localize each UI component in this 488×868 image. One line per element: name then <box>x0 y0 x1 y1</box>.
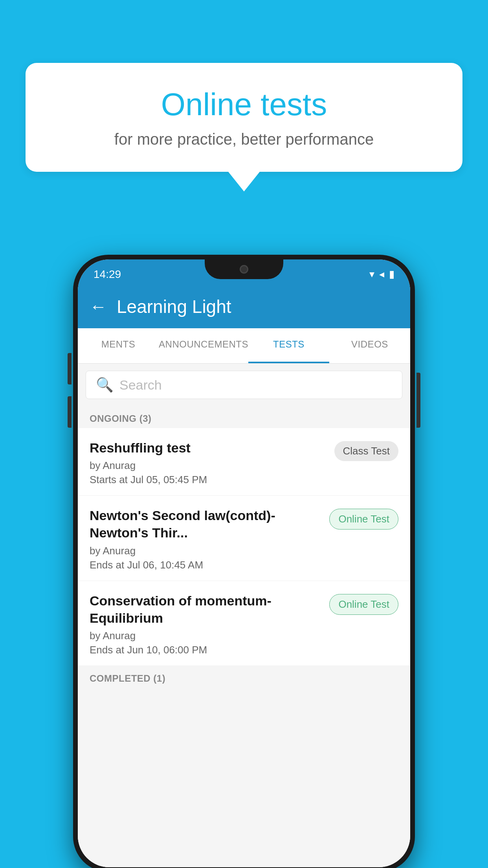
battery-icon: ▮ <box>389 268 394 280</box>
search-bar[interactable]: 🔍 Search <box>86 371 402 399</box>
signal-icon: ◂ <box>379 268 384 280</box>
volume-up-button <box>68 353 72 384</box>
completed-section-header: COMPLETED (1) <box>78 666 410 688</box>
camera-icon <box>240 265 248 274</box>
test-item-reshuffling[interactable]: Reshuffling test by Anurag Starts at Jul… <box>78 428 410 496</box>
tab-tests[interactable]: TESTS <box>248 328 329 363</box>
test-badge-newtons: Online Test <box>329 509 398 530</box>
test-time-conservation: Ends at Jun 10, 06:00 PM <box>90 644 321 656</box>
phone-notch <box>205 259 283 279</box>
app-bar: ← Learning Light <box>78 285 410 328</box>
back-button[interactable]: ← <box>90 297 107 316</box>
test-name-newtons: Newton's Second law(contd)-Newton's Thir… <box>90 507 321 541</box>
test-author-reshuffling: by Anurag <box>90 460 327 472</box>
content-area: 🔍 Search ONGOING (3) Reshuffling test by… <box>78 364 410 867</box>
test-time-reshuffling: Starts at Jul 05, 05:45 PM <box>90 474 327 486</box>
test-info-reshuffling: Reshuffling test by Anurag Starts at Jul… <box>90 439 334 486</box>
phone-screen: 14:29 ▾ ◂ ▮ ← Learning Light MENTS ANNOU… <box>78 259 410 867</box>
search-container: 🔍 Search <box>78 364 410 406</box>
app-title: Learning Light <box>117 296 231 317</box>
test-time-newtons: Ends at Jul 06, 10:45 AM <box>90 559 321 571</box>
wifi-icon: ▾ <box>369 268 374 280</box>
test-name-reshuffling: Reshuffling test <box>90 439 327 456</box>
test-info-conservation: Conservation of momentum-Equilibrium by … <box>90 592 329 656</box>
power-button <box>416 373 420 428</box>
volume-down-button <box>68 396 72 428</box>
ongoing-section-header: ONGOING (3) <box>78 406 410 428</box>
speech-bubble-arrow <box>228 172 260 191</box>
test-author-conservation: by Anurag <box>90 630 321 642</box>
search-placeholder: Search <box>119 377 162 393</box>
test-item-newtons[interactable]: Newton's Second law(contd)-Newton's Thir… <box>78 496 410 581</box>
tab-announcements[interactable]: ANNOUNCEMENTS <box>159 328 248 363</box>
test-author-newtons: by Anurag <box>90 545 321 557</box>
status-time: 14:29 <box>94 268 121 281</box>
test-item-conservation[interactable]: Conservation of momentum-Equilibrium by … <box>78 581 410 666</box>
speech-bubble: Online tests for more practice, better p… <box>26 63 462 172</box>
test-info-newtons: Newton's Second law(contd)-Newton's Thir… <box>90 507 329 571</box>
search-icon: 🔍 <box>96 377 114 393</box>
test-badge-reshuffling: Class Test <box>334 441 398 461</box>
tab-ments[interactable]: MENTS <box>78 328 159 363</box>
speech-bubble-title: Online tests <box>57 86 431 123</box>
test-name-conservation: Conservation of momentum-Equilibrium <box>90 592 321 627</box>
speech-bubble-container: Online tests for more practice, better p… <box>26 63 462 191</box>
tab-videos[interactable]: VIDEOS <box>329 328 410 363</box>
test-list: Reshuffling test by Anurag Starts at Jul… <box>78 428 410 666</box>
phone-wrapper: 14:29 ▾ ◂ ▮ ← Learning Light MENTS ANNOU… <box>73 255 415 868</box>
phone: 14:29 ▾ ◂ ▮ ← Learning Light MENTS ANNOU… <box>73 255 415 868</box>
speech-bubble-subtitle: for more practice, better performance <box>57 131 431 148</box>
status-icons: ▾ ◂ ▮ <box>369 268 394 280</box>
tabs-container: MENTS ANNOUNCEMENTS TESTS VIDEOS <box>78 328 410 364</box>
test-badge-conservation: Online Test <box>329 594 398 615</box>
